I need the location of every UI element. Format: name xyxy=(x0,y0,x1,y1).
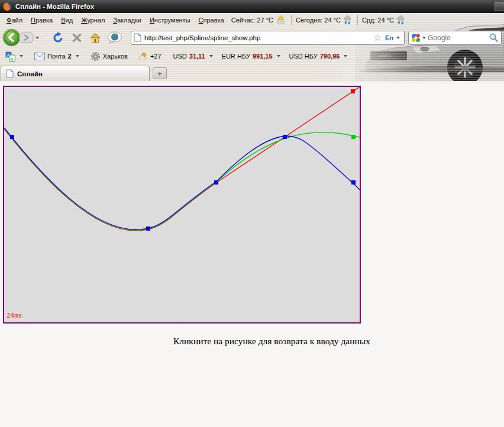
menu-bookmarks[interactable]: Закладки xyxy=(109,15,146,25)
spline-plot[interactable]: 24ms xyxy=(3,86,361,324)
navigation-bar: ☆ En xyxy=(0,27,504,48)
weather-wednesday[interactable]: Срд: 24 °C xyxy=(359,15,409,25)
city-weather-bookmark[interactable]: Харьков xyxy=(88,50,130,63)
separator xyxy=(357,15,358,25)
firefox-icon xyxy=(2,2,12,11)
data-point-marker xyxy=(10,135,14,139)
weather-today[interactable]: Сегодня: 24 °C xyxy=(293,15,356,25)
translate-icon: A я xyxy=(5,51,15,62)
data-point-marker xyxy=(351,135,356,139)
stop-button[interactable] xyxy=(72,33,82,43)
sun-cloud-icon xyxy=(275,15,287,25)
url-dropdown[interactable] xyxy=(396,37,400,39)
menu-bar: Файл Правка Вид Журнал Закладки Инструме… xyxy=(0,13,504,27)
window-title: Сплайн - Mozilla Firefox xyxy=(15,3,94,10)
usd-nbu-rate-value: 790,96 xyxy=(320,53,340,60)
weather-now[interactable]: Сейчас: 27 °C xyxy=(228,15,290,25)
history-dropdown[interactable] xyxy=(35,37,39,39)
title-bar: Сплайн - Mozilla Firefox xyxy=(0,0,504,13)
render-time-label: 24ms xyxy=(7,312,22,319)
magnifier-icon[interactable] xyxy=(489,33,499,43)
translator-bubble-icon[interactable] xyxy=(107,31,122,44)
page-icon xyxy=(134,33,141,42)
keyboard-layout-indicator[interactable]: En xyxy=(385,34,393,41)
page-icon xyxy=(6,69,14,78)
usd-rate-bookmark[interactable]: USD 31,11 xyxy=(171,51,217,61)
url-bar[interactable]: ☆ En xyxy=(131,31,405,45)
data-point-marker xyxy=(146,227,150,231)
translate-dropdown[interactable] xyxy=(20,55,23,57)
back-button[interactable] xyxy=(2,28,21,47)
search-engine-dropdown[interactable] xyxy=(422,37,426,39)
rain-icon xyxy=(396,15,406,25)
url-input[interactable] xyxy=(144,34,373,41)
red-curve xyxy=(4,87,360,231)
separator xyxy=(291,15,292,25)
forward-button[interactable] xyxy=(19,32,34,43)
data-point-marker xyxy=(351,89,355,93)
spline-curves xyxy=(4,87,360,322)
caption-text: Кликните на рисунке для возврата к вводу… xyxy=(173,336,370,347)
blue-curve xyxy=(4,128,360,229)
menu-view[interactable]: Вид xyxy=(57,15,77,25)
reload-button[interactable] xyxy=(51,31,64,44)
mail-bookmark[interactable]: Почта 2 xyxy=(32,51,83,62)
usd-dropdown[interactable] xyxy=(209,55,213,57)
data-point-marker xyxy=(351,180,356,185)
mail-count: 2 xyxy=(68,53,72,60)
svg-text:я: я xyxy=(11,56,13,61)
menu-edit[interactable]: Правка xyxy=(27,15,57,25)
bookmark-star-icon[interactable]: ☆ xyxy=(373,33,381,43)
bookmarks-bar: A я Почта 2 Харьков xyxy=(0,48,504,64)
google-logo-icon xyxy=(411,33,421,43)
home-button[interactable] xyxy=(89,33,101,43)
mail-dropdown[interactable] xyxy=(76,55,79,57)
search-input[interactable] xyxy=(428,34,489,42)
usd-nbu-dropdown[interactable] xyxy=(344,55,347,57)
data-point-marker xyxy=(283,135,287,139)
tab-spline[interactable]: Сплайн xyxy=(1,66,150,81)
browser-window: =AMG= Сплайн - Mozilla Firefox Файл Прав… xyxy=(0,0,504,427)
usd-rate-value: 31,11 xyxy=(189,53,205,60)
data-point-marker xyxy=(214,180,218,185)
cloud-sun-icon xyxy=(137,52,148,61)
gear-icon xyxy=(91,51,101,62)
menu-help[interactable]: Справка xyxy=(195,15,228,25)
page-content: 24ms Кликните на рисунке для возврата к … xyxy=(0,83,504,427)
usd-nbu-rate-bookmark[interactable]: USD НБУ 790,96 xyxy=(287,51,352,61)
eur-nbu-rate-bookmark[interactable]: EUR НБУ 991,15 xyxy=(219,51,285,61)
menu-file[interactable]: Файл xyxy=(2,15,27,25)
envelope-icon xyxy=(34,53,45,60)
green-curve xyxy=(4,128,360,230)
menu-history[interactable]: Журнал xyxy=(77,15,109,25)
tab-bar: Сплайн + xyxy=(0,64,504,81)
new-tab-button[interactable]: + xyxy=(153,67,167,79)
eur-nbu-rate-value: 991,15 xyxy=(253,53,273,60)
window-control-button[interactable] xyxy=(495,2,504,11)
search-box[interactable] xyxy=(408,31,502,45)
menu-tools[interactable]: Инструменты xyxy=(146,15,195,25)
translate-bookmark[interactable]: A я xyxy=(3,50,27,63)
temperature-bookmark[interactable]: +27 xyxy=(135,51,164,62)
rain-icon xyxy=(343,15,353,25)
eur-dropdown[interactable] xyxy=(277,55,280,57)
tab-label: Сплайн xyxy=(17,70,43,77)
